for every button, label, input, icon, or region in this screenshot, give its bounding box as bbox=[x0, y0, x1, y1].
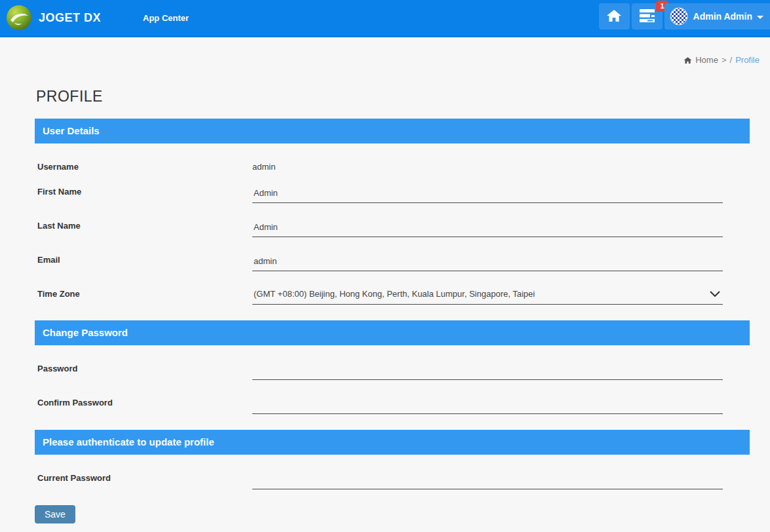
first-name-label: First Name bbox=[37, 185, 252, 203]
last-name-label: Last Name bbox=[37, 219, 252, 237]
breadcrumb-separator: / bbox=[730, 55, 733, 65]
avatar bbox=[670, 7, 688, 26]
breadcrumb-home-link[interactable]: Home bbox=[695, 55, 718, 65]
form-row-last-name: Last Name bbox=[37, 219, 750, 237]
section-change-password: Change Password Password Confirm Passwor… bbox=[35, 320, 750, 414]
section-header-authenticate: Please authenticate to update profile bbox=[35, 430, 750, 455]
form-row-confirm-password: Confirm Password bbox=[37, 396, 750, 414]
form-row-password: Password bbox=[37, 362, 750, 380]
section-header-user-details: User Details bbox=[35, 119, 750, 143]
brand-title: JOGET DX bbox=[39, 11, 101, 25]
first-name-input[interactable] bbox=[252, 185, 723, 203]
home-button[interactable] bbox=[599, 3, 630, 29]
password-input[interactable] bbox=[252, 362, 723, 380]
joget-logo bbox=[6, 5, 32, 31]
home-icon bbox=[683, 56, 692, 64]
current-password-label: Current Password bbox=[37, 471, 252, 489]
form-row-email: Email bbox=[37, 253, 750, 271]
breadcrumb: Home > / Profile bbox=[0, 55, 770, 65]
user-menu-button[interactable]: Admin Admin bbox=[664, 3, 770, 29]
navbar-actions: 1 Admin Admin bbox=[599, 3, 770, 29]
username-label: Username bbox=[37, 160, 252, 172]
current-password-input[interactable] bbox=[252, 471, 723, 489]
email-field[interactable] bbox=[252, 253, 723, 271]
confirm-password-label: Confirm Password bbox=[37, 396, 252, 414]
username-value: admin bbox=[252, 160, 275, 172]
save-button[interactable]: Save bbox=[35, 505, 75, 523]
password-label: Password bbox=[37, 362, 252, 380]
section-authenticate: Please authenticate to update profile Cu… bbox=[35, 430, 750, 489]
notifications-button[interactable]: 1 bbox=[632, 3, 663, 29]
timezone-select[interactable]: (GMT +08:00) Beijing, Hong Kong, Perth, … bbox=[252, 287, 723, 305]
top-navbar: JOGET DX App Center 1 bbox=[0, 0, 770, 37]
breadcrumb-current: Profile bbox=[735, 55, 760, 65]
confirm-password-input[interactable] bbox=[252, 396, 723, 414]
form-row-timezone: Time Zone (GMT +08:00) Beijing, Hong Kon… bbox=[37, 287, 750, 305]
nav-app-center-link[interactable]: App Center bbox=[143, 13, 189, 23]
section-user-details: User Details Username admin First Name L… bbox=[35, 119, 750, 305]
email-label: Email bbox=[37, 253, 252, 271]
home-icon bbox=[606, 9, 622, 25]
breadcrumb-separator: > bbox=[722, 55, 727, 65]
timezone-label: Time Zone bbox=[37, 287, 252, 305]
timezone-selected-value: (GMT +08:00) Beijing, Hong Kong, Perth, … bbox=[254, 289, 535, 299]
caret-down-icon bbox=[757, 16, 763, 19]
last-name-input[interactable] bbox=[252, 219, 723, 237]
list-badge-icon bbox=[639, 9, 655, 25]
form-row-first-name: First Name bbox=[37, 185, 750, 203]
form-actions: Save bbox=[35, 505, 770, 523]
user-name-label: Admin Admin bbox=[693, 11, 752, 22]
section-header-change-password: Change Password bbox=[35, 320, 750, 345]
form-row-username: Username admin bbox=[37, 160, 750, 172]
chevron-down-icon bbox=[710, 291, 720, 297]
form-row-current-password: Current Password bbox=[37, 471, 750, 489]
page-title: PROFILE bbox=[36, 87, 770, 105]
